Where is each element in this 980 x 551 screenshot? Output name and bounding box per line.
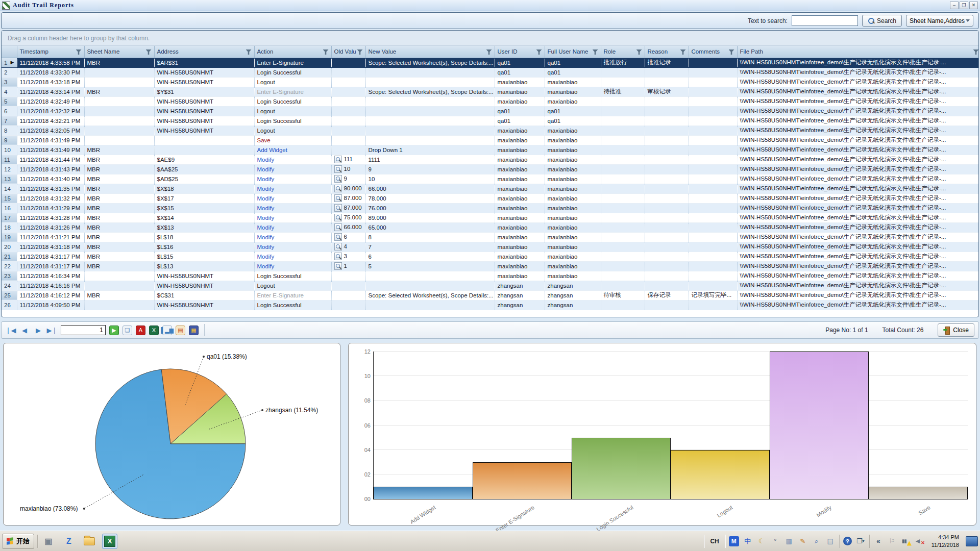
filter-funnel-icon[interactable] bbox=[593, 49, 598, 55]
magnifier-icon[interactable] bbox=[334, 165, 342, 173]
copy-button[interactable]: ❏ bbox=[122, 325, 132, 335]
cell-action[interactable]: Modify bbox=[254, 232, 331, 242]
cell-action[interactable]: Modify bbox=[254, 261, 331, 271]
filter-funnel-icon[interactable] bbox=[76, 49, 82, 55]
column-header-role[interactable]: Role bbox=[601, 46, 645, 58]
cell-action[interactable]: Modify bbox=[254, 242, 331, 252]
cell-action[interactable]: Modify bbox=[254, 213, 331, 222]
table-row[interactable]: 511/12/2018 4:32:49 PMWIN-HS58US0NHMTLog… bbox=[2, 96, 979, 106]
group-by-band[interactable]: Drag a column header here to group by th… bbox=[2, 31, 978, 46]
export-excel-button[interactable]: X bbox=[149, 325, 159, 335]
first-page-button[interactable]: ❘◀ bbox=[6, 325, 16, 335]
export-list-button[interactable]: ▤ bbox=[176, 325, 185, 335]
export-pdf-button[interactable]: A bbox=[136, 325, 145, 335]
cell-action[interactable]: Add Widget bbox=[254, 145, 331, 155]
column-header-sheet-name[interactable]: Sheet Name bbox=[84, 46, 154, 58]
table-row[interactable]: 611/12/2018 4:32:32 PMWIN-HS58US0NHMTLog… bbox=[2, 106, 979, 116]
cell-action[interactable]: Modify bbox=[254, 193, 331, 203]
window-switcher-icon[interactable]: ❐▾ bbox=[855, 536, 866, 546]
table-row[interactable]: 211/12/2018 4:33:30 PMWIN-HS58US0NHMTLog… bbox=[2, 67, 979, 77]
page-number-input[interactable] bbox=[61, 325, 106, 335]
filter-funnel-icon[interactable] bbox=[486, 49, 492, 55]
table-row[interactable]: 1711/12/2018 4:31:28 PMMBR$X$14Modify75.… bbox=[2, 213, 979, 222]
filter-funnel-icon[interactable] bbox=[357, 49, 363, 55]
ime-tools-icon[interactable]: ✎ bbox=[798, 536, 808, 546]
cell-action[interactable]: Modify bbox=[254, 203, 331, 213]
table-row[interactable]: 1211/12/2018 4:31:43 PMMBR$AA$25Modify10… bbox=[2, 164, 979, 174]
cell-action[interactable]: Modify bbox=[254, 184, 331, 193]
search-button[interactable]: Search bbox=[862, 15, 902, 27]
volume-muted-icon[interactable] bbox=[915, 536, 925, 546]
bar-save[interactable] bbox=[869, 487, 968, 499]
magnifier-icon[interactable] bbox=[334, 243, 342, 251]
table-row[interactable]: 311/12/2018 4:33:18 PMWIN-HS58US0NHMTLog… bbox=[2, 77, 979, 87]
table-row[interactable]: 2511/12/2018 4:16:12 PMMBR$C$31Enter E-S… bbox=[2, 290, 979, 300]
filter-funnel-icon[interactable] bbox=[323, 49, 329, 55]
filter-funnel-icon[interactable] bbox=[680, 49, 686, 55]
table-row[interactable]: 1911/12/2018 4:31:21 PMMBR$L$18Modify68m… bbox=[2, 232, 979, 242]
column-header-full-user-name[interactable]: Full User Name bbox=[545, 46, 601, 58]
filter-funnel-icon[interactable] bbox=[636, 49, 642, 55]
table-row[interactable]: 1011/12/2018 4:31:49 PMMBRAdd WidgetDrop… bbox=[2, 145, 979, 155]
flag-icon[interactable]: ⚐ bbox=[887, 536, 897, 546]
column-header-file-path[interactable]: File Path bbox=[737, 46, 979, 58]
ime-doc-icon[interactable]: ▤ bbox=[825, 536, 836, 546]
column-header-user-id[interactable]: User ID bbox=[495, 46, 545, 58]
cell-action[interactable]: Modify bbox=[254, 155, 331, 164]
last-page-button[interactable]: ▶❘ bbox=[47, 325, 57, 335]
table-row[interactable]: 2111/12/2018 4:31:17 PMMBR$L$15Modify36m… bbox=[2, 252, 979, 261]
language-indicator[interactable]: CH bbox=[708, 538, 721, 545]
table-row[interactable]: 2211/12/2018 4:31:17 PMMBR$L$13Modify15m… bbox=[2, 261, 979, 271]
next-page-button[interactable]: ▶ bbox=[33, 325, 43, 335]
table-row[interactable]: 1811/12/2018 4:31:26 PMMBR$X$13Modify66.… bbox=[2, 222, 979, 232]
table-row[interactable]: 411/12/2018 4:33:14 PMMBR$Y$31Enter E-Si… bbox=[2, 87, 979, 96]
search-input[interactable] bbox=[792, 15, 858, 26]
magnifier-icon[interactable] bbox=[334, 185, 342, 192]
table-row[interactable]: 811/12/2018 4:32:05 PMWIN-HS58US0NHMTLog… bbox=[2, 126, 979, 135]
table-row[interactable]: 1▶11/12/2018 4:33:58 PMMBR$AR$31Enter E-… bbox=[2, 58, 979, 67]
bar-enter-e-signature[interactable] bbox=[473, 462, 572, 499]
ime-m-icon[interactable]: M bbox=[729, 536, 739, 546]
filter-funnel-icon[interactable] bbox=[246, 49, 252, 55]
cell-action[interactable]: Modify bbox=[254, 174, 331, 184]
prev-page-button[interactable]: ◀ bbox=[19, 325, 30, 335]
column-header-address[interactable]: Address bbox=[154, 46, 254, 58]
table-row[interactable]: 1511/12/2018 4:31:32 PMMBR$X$17Modify87.… bbox=[2, 193, 979, 203]
go-page-button[interactable]: ▶ bbox=[109, 325, 119, 335]
cell-action[interactable]: Modify bbox=[254, 222, 331, 232]
table-row[interactable]: 711/12/2018 4:32:21 PMWIN-HS58US0NHMTLog… bbox=[2, 116, 979, 126]
close-button[interactable]: Close bbox=[938, 323, 974, 337]
start-button[interactable]: 开始 bbox=[2, 534, 34, 549]
table-row[interactable]: 1111/12/2018 4:31:44 PMMBR$AE$9Modify111… bbox=[2, 155, 979, 164]
cell-action[interactable]: Modify bbox=[254, 164, 331, 174]
bar-login-successful[interactable] bbox=[572, 438, 671, 499]
column-header-new-value[interactable]: New Value bbox=[365, 46, 495, 58]
ime-zhong-icon[interactable]: 中 bbox=[743, 536, 753, 546]
magnifier-icon[interactable] bbox=[334, 156, 342, 163]
filter-funnel-icon[interactable] bbox=[146, 49, 152, 55]
device-icon[interactable]: ▣ bbox=[41, 534, 56, 549]
excel-icon[interactable]: X bbox=[102, 534, 117, 549]
keyboard-icon[interactable]: ▦ bbox=[784, 536, 794, 546]
network-warning-icon[interactable] bbox=[901, 536, 911, 546]
search-field-dropdown[interactable]: Sheet Name,Addres bbox=[906, 15, 973, 27]
cell-action[interactable]: Modify bbox=[254, 252, 331, 261]
table-row[interactable]: 2311/12/2018 4:16:34 PMWIN-HS58US0NHMTLo… bbox=[2, 271, 979, 281]
filter-funnel-icon[interactable] bbox=[536, 49, 542, 55]
minimize-button[interactable]: – bbox=[950, 2, 959, 9]
table-row[interactable]: 1311/12/2018 4:31:40 PMMBR$AD$25Modify91… bbox=[2, 174, 979, 184]
magnifier-icon[interactable] bbox=[334, 253, 342, 260]
ime-mode-icon[interactable]: ° bbox=[770, 536, 780, 546]
magnifier-icon[interactable] bbox=[334, 204, 342, 212]
filter-funnel-icon[interactable] bbox=[973, 49, 979, 55]
table-row[interactable]: 2611/12/2018 4:09:50 PMWIN-HS58US0NHMTLo… bbox=[2, 300, 979, 310]
show-hidden-icons[interactable]: « bbox=[873, 536, 884, 546]
grid-style-button[interactable]: ▦ bbox=[189, 325, 199, 335]
ime-search-icon[interactable]: ⌕ bbox=[812, 536, 822, 546]
column-header-comments[interactable]: Comments bbox=[689, 46, 737, 58]
filter-funnel-icon[interactable] bbox=[729, 49, 734, 55]
app-z-icon[interactable]: Z bbox=[61, 534, 77, 549]
table-row[interactable]: 2011/12/2018 4:31:18 PMMBR$L$16Modify47m… bbox=[2, 242, 979, 252]
magnifier-icon[interactable] bbox=[334, 223, 342, 231]
magnifier-icon[interactable] bbox=[334, 262, 342, 270]
